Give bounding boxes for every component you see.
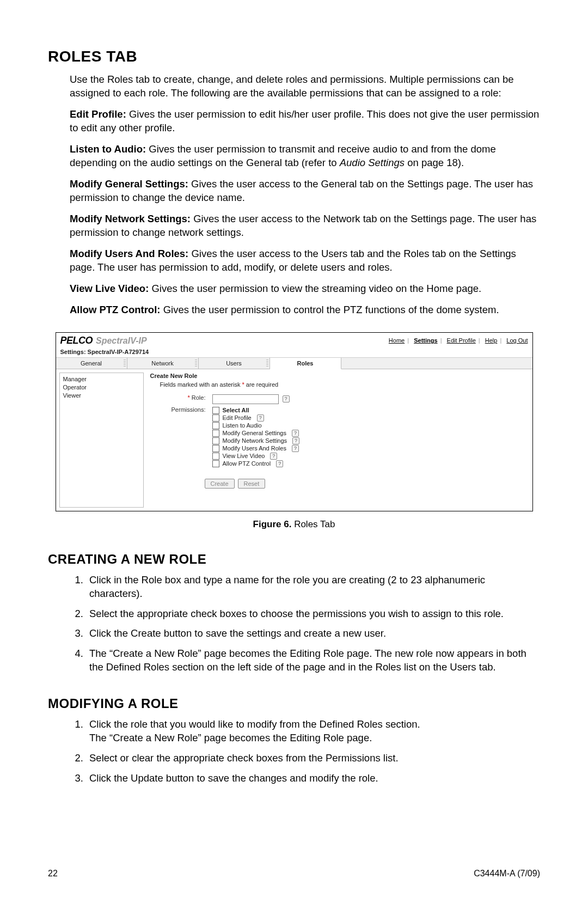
perm-row: Allow PTZ Control ? [212,460,300,467]
reset-button[interactable]: Reset [238,479,266,489]
step: Select the appropriate check boxes to ch… [86,607,540,621]
checkbox-view-live-video[interactable] [212,453,219,460]
brand-product: SpectraIV-IP [96,336,147,346]
perm-term: Listen to Audio: [70,143,146,155]
step-text: The “Create a New Role” page becomes the… [89,732,372,743]
nav-logout[interactable]: Log Out [506,337,528,344]
checkbox-modify-users-roles[interactable] [212,445,219,452]
checkbox-select-all[interactable] [212,407,219,414]
perm-label: Edit Profile [223,414,252,421]
figure-caption: Figure 6. Roles Tab [48,519,540,530]
note-pre: Fields marked with an asterisk [160,381,242,388]
checkbox-allow-ptz[interactable] [212,460,219,467]
perm-term: View Live Video: [70,283,149,294]
nav-sep: | [479,337,480,344]
role-list-item[interactable]: Operator [63,383,140,392]
asterisk-icon: * [187,394,189,401]
perm-label: Listen to Audio [223,422,262,429]
perm-def-modify-network: Modify Network Settings: Gives the user … [70,212,540,240]
perm-term: Edit Profile: [70,108,126,120]
perm-label: Allow PTZ Control [223,460,271,467]
role-label-text: Role: [192,394,206,401]
step: The “Create a New Role” page becomes the… [86,647,540,674]
perm-row: Modify Network Settings ? [212,437,300,444]
perm-desc: Gives the user permission to edit his/he… [70,108,539,133]
checkbox-listen-audio[interactable] [212,422,219,429]
intro-paragraph: Use the Roles tab to create, change, and… [70,73,540,100]
form-buttons: Create Reset [205,479,529,489]
doc-id: C3444M-A (7/09) [474,869,540,879]
tab-label: General [81,360,102,367]
help-icon[interactable]: ? [283,395,290,402]
perm-term: Allow PTZ Control: [70,304,160,315]
perm-def-view-live: View Live Video: Gives the user permissi… [70,282,540,296]
create-button[interactable]: Create [205,479,235,489]
perm-label: Modify Network Settings [223,437,287,444]
nav-home[interactable]: Home [389,337,405,344]
checkbox-edit-profile[interactable] [212,414,219,422]
tab-general[interactable]: General [56,358,127,369]
help-icon[interactable]: ? [292,445,299,452]
tab-grip-icon [195,359,197,367]
perm-term: Modify Network Settings: [70,213,191,224]
help-icon[interactable]: ? [276,460,283,467]
role-list-item[interactable]: Viewer [63,392,140,400]
step: Click the role that you would like to mo… [86,718,540,745]
brand-logo: PELCO [60,335,93,346]
brand: PELCO SpectraIV-IP [60,335,147,346]
tab-label: Users [226,360,242,367]
step-text: Click the role that you would like to mo… [89,718,420,730]
page-title: ROLES TAB [48,48,540,65]
help-icon[interactable]: ? [257,414,264,422]
perm-row: Modify General Settings ? [212,430,300,437]
perm-def-listen-audio: Listen to Audio: Gives the user permissi… [70,143,540,170]
tab-network[interactable]: Network [127,358,199,369]
creating-role-steps: Click in the Role box and type a name fo… [48,574,540,675]
help-icon[interactable]: ? [292,437,299,444]
help-icon[interactable]: ? [270,453,277,460]
help-icon[interactable]: ? [292,430,299,437]
perm-row: View Live Video ? [212,453,300,460]
defined-roles-list: Manager Operator Viewer [59,373,144,508]
perm-desc: Gives the user permission to view the st… [151,283,481,294]
perm-term: Modify Users And Roles: [70,248,188,259]
perm-select-all-label: Select All [223,407,249,413]
intro-block: Use the Roles tab to create, change, and… [70,73,540,317]
role-label: * Role: [150,393,209,405]
page-footer: 22 C3444M-A (7/09) [48,869,540,879]
tabs-row: General Network Users Roles [56,358,532,369]
nav-sep: | [440,337,442,344]
perm-row: Modify Users And Roles ? [212,445,300,452]
nav-edit-profile[interactable]: Edit Profile [447,337,476,344]
perm-label: Modify Users And Roles [223,445,286,452]
tab-users[interactable]: Users [199,358,270,369]
step: Click in the Role box and type a name fo… [86,574,540,601]
permissions-label: Permissions: [150,405,209,469]
tab-grip-icon [266,359,268,367]
tab-label: Roles [297,360,314,367]
step: Click the Update button to save the chan… [86,772,540,785]
modifying-role-heading: MODIFYING A ROLE [48,696,540,711]
role-list-item[interactable]: Manager [63,375,140,383]
perm-term: Modify General Settings: [70,178,188,190]
tab-label: Network [151,360,173,367]
perm-def-modify-users-roles: Modify Users And Roles: Gives the user a… [70,247,540,274]
perm-def-edit-profile: Edit Profile: Gives the user permission … [70,108,540,135]
checkbox-modify-general[interactable] [212,430,219,437]
role-name-input[interactable] [212,394,279,404]
tab-roles[interactable]: Roles [270,358,341,369]
nav-help[interactable]: Help [485,337,498,344]
create-role-form: Create New Role Fields marked with an as… [147,369,532,511]
perm-row: Edit Profile ? [212,414,300,422]
step: Select or clear the appropriate check bo… [86,752,540,765]
form-required-note: Fields marked with an asterisk * are req… [160,381,529,388]
figure-caption-text: Roles Tab [294,519,335,529]
figure-6: PELCO SpectraIV-IP Home | Settings | Edi… [48,332,540,530]
perm-desc: Gives the user permission to control the… [163,304,499,315]
nav-settings[interactable]: Settings [414,337,437,344]
form-title: Create New Role [150,373,529,379]
note-post: are required [244,381,278,388]
checkbox-modify-network[interactable] [212,437,219,444]
page-number: 22 [48,869,58,879]
perm-def-modify-general: Modify General Settings: Gives the user … [70,178,540,205]
